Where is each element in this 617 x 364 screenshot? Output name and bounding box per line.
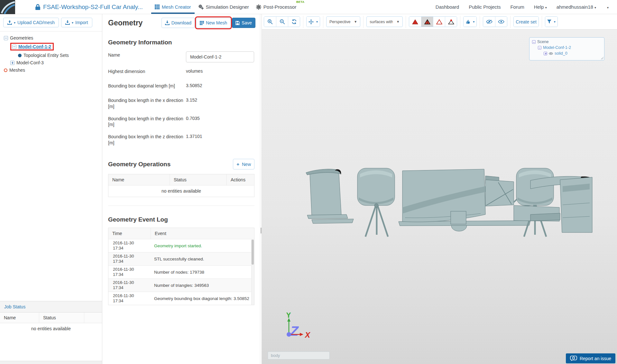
render-filter-value: surfaces with v [370,20,393,24]
nav-user-menu[interactable]: ahmedhussain18▾ [557,4,596,10]
viewport-3d[interactable]: Scene Model-Conf-1-2 solid_0 Z [262,30,617,364]
resize-handle-icon[interactable] [261,228,262,233]
selection-filter-input[interactable] [268,351,330,359]
upload-cad-button[interactable]: ▾ Upload CAD/mesh [3,18,59,27]
tree-item-geometries[interactable]: Geometries [4,35,99,41]
circle-icon [4,68,7,72]
tab-mesh-creator[interactable]: Mesh Creator [151,0,195,14]
nav-public-projects[interactable]: Public Projects [469,4,501,10]
render-surfaces-wireframe-button[interactable] [421,17,433,27]
tab-post-processor[interactable]: Post-Processor BETA [253,0,300,14]
axis-gizmo[interactable]: Z Y X [281,313,313,343]
collapse-icon[interactable] [4,36,8,40]
nav-help-menu[interactable]: Help▾ [534,4,547,10]
scene-node-solid[interactable]: solid_0 [544,51,602,56]
import-button[interactable]: ▾ Import [61,18,92,27]
field-label: Bounding box diagonal length [m] [108,82,186,89]
tree-label: Model-Conf-3 [16,60,44,65]
hand-pointer-icon [465,19,470,24]
left-sidebar: ▾ Upload CAD/mesh ▾ Import Geometries Mo… [0,14,102,364]
event-log-row: 2016-11-30 17:34 STL successfully cleane… [108,252,254,265]
job-empty-text: no entities available [0,323,102,335]
car-model-3d[interactable] [305,166,595,240]
zoom-out-button[interactable] [276,17,288,27]
field-value: 3.152 [186,97,197,103]
chevron-down-icon: ▾ [473,20,474,23]
geometry-name-input[interactable] [186,51,254,62]
new-operation-button[interactable]: + New [233,159,254,169]
nav-dashboard[interactable]: Dashboard [436,4,459,10]
scrollbar-thumb[interactable] [252,240,254,265]
nav-forum[interactable]: Forum [510,4,524,10]
top-navbar: FSAE-Workshop-S2-Full Car Analy... Mesh … [0,0,617,14]
event-log-scrollbar[interactable] [251,239,254,305]
render-mode-group [409,16,457,27]
event-log-row: 2016-11-30 17:34 Geometry import started… [108,239,254,252]
render-filter-select[interactable]: surfaces with v ▼ [366,16,403,27]
collapse-icon[interactable] [532,40,536,44]
report-issue-button[interactable]: Report an issue [566,353,615,363]
ops-col-name: Name [108,174,170,185]
render-surfaces-button[interactable] [409,17,421,27]
tree-item-model-conf-1-2[interactable]: Model-Conf-1-2 [10,43,99,50]
info-row: Bounding box diagonal length [m] 3.50852 [108,82,254,89]
projection-select[interactable]: Perspective ▼ [326,16,360,27]
scene-tree-overlay: Scene Model-Conf-1-2 solid_0 [529,37,604,60]
new-mesh-button[interactable]: New Mesh [196,18,231,28]
tree-label: Meshes [9,68,25,73]
event-log-row: 2016-11-30 17:34 Number of nodes: 179738 [108,265,254,278]
nav-overflow-menu[interactable]: ▾ [606,4,609,10]
save-icon [235,21,240,25]
expand-icon[interactable] [10,61,14,65]
create-set-button[interactable]: Create set [514,17,539,27]
expand-icon[interactable] [544,52,547,55]
beta-badge: BETA [296,0,304,4]
scene-node-root[interactable]: Scene [532,40,602,44]
x-axis-label: X [304,331,311,339]
tree-item-model-conf-3[interactable]: Model-Conf-3 [10,60,99,65]
project-title[interactable]: FSAE-Workshop-S2-Full Car Analy... [43,4,143,11]
download-label: Download [171,20,191,25]
chevron-down-icon: ▾ [14,21,15,24]
chevron-down-icon: ▾ [594,6,596,9]
wireframe-triangle-icon [436,19,442,24]
event-text: Number of nodes: 179738 [151,266,254,278]
render-wireframe-button[interactable] [433,17,445,27]
pan-button[interactable]: ▾ [307,17,320,27]
ops-col-actions: Actions [227,174,254,185]
ops-col-status: Status [170,174,227,185]
tree-label-selected[interactable]: Model-Conf-1-2 [18,44,51,49]
zoom-in-button[interactable] [264,17,276,27]
scene-root-label: Scene [537,40,548,44]
hide-selected-button[interactable] [483,17,495,27]
show-all-button[interactable] [495,17,507,27]
collapse-icon[interactable] [538,46,541,50]
overlay-resize-handle[interactable] [601,57,603,59]
gears-icon [198,4,204,10]
tab-simulation-designer[interactable]: Simulation Designer [195,0,253,14]
event-time: 2016-11-30 17:34 [108,279,138,292]
collapse-icon[interactable] [12,45,16,49]
filter-button[interactable]: ▾ [545,17,557,27]
eye-slash-icon [486,20,493,24]
geometry-event-log-heading: Geometry Event Log [108,216,254,223]
refresh-icon [291,19,297,24]
log-col-event: Event [151,228,254,239]
z-axis-label: Z [290,323,299,339]
download-button[interactable]: Download [161,18,195,28]
import-label: Import [75,20,88,25]
tree-item-topological-entity-sets[interactable]: Topological Entity Sets [18,53,99,58]
reset-view-button[interactable] [288,17,300,27]
job-col-extra [84,313,102,323]
render-points-button[interactable] [445,17,457,27]
toolbar-separator [323,16,323,28]
info-row-name: Name [108,51,254,62]
grid-icon [155,5,160,9]
scene-node-model[interactable]: Model-Conf-1-2 [538,45,602,50]
scene-model-label: Model-Conf-1-2 [543,45,571,50]
tree-item-meshes[interactable]: Meshes [4,68,99,73]
pick-tool-button[interactable]: ▾ [464,17,476,27]
field-value: 3.50852 [186,82,202,88]
save-button[interactable]: Save [232,18,255,28]
app-logo[interactable] [0,0,15,14]
